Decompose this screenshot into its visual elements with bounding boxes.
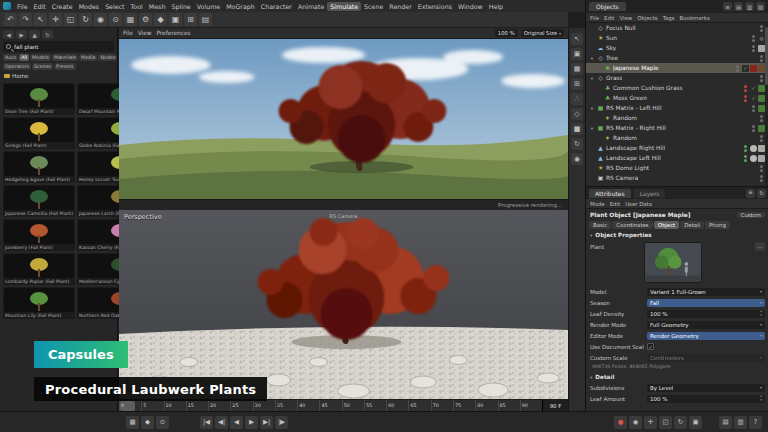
target-tag[interactable]: ◎ (758, 35, 765, 42)
visibility-dots[interactable] (744, 145, 747, 152)
autokey-button[interactable]: ◉ (629, 416, 642, 429)
polygons-mode-icon[interactable]: ■ (571, 123, 583, 135)
play-button[interactable]: ▶ (245, 416, 258, 429)
filter-media[interactable]: Media (79, 54, 97, 61)
object-row-random[interactable]: ∗Random (586, 133, 768, 143)
check-tag[interactable]: ✓ (750, 95, 757, 102)
menu-character[interactable]: Character (258, 2, 295, 11)
mode-mode[interactable]: Mode (590, 201, 605, 207)
material-manager-icon[interactable]: ◆ (154, 13, 167, 26)
mat-red-tag[interactable] (750, 65, 757, 72)
perspective-viewport[interactable]: Perspective RS Camera (119, 210, 568, 399)
number-field[interactable]: 100 %▴▾ (647, 310, 765, 318)
menu-mesh[interactable]: Mesh (146, 2, 169, 11)
edges-mode-icon[interactable]: ◇ (571, 108, 583, 120)
object-row-moss-green[interactable]: ♣Moss Green✓ (586, 93, 768, 103)
om-menu-file[interactable]: File (590, 15, 599, 21)
filter-presets[interactable]: Presets (54, 63, 75, 70)
om-menu-bookmarks[interactable]: Bookmarks (680, 15, 710, 21)
key-rotation-icon[interactable]: ↻ (674, 416, 687, 429)
rv-menu-view[interactable]: View (138, 30, 152, 36)
custom-button[interactable]: Custom (737, 212, 765, 218)
rotate-tool-icon[interactable]: ↻ (79, 13, 92, 26)
asset-ginkgo-fall-plant[interactable]: Ginkgo (Fall Plant) (3, 117, 75, 149)
frame-40[interactable]: 40 (297, 400, 319, 411)
dropdown[interactable]: Variant 1 Full-Grown▾ (647, 288, 765, 296)
panel-menu-icon[interactable]: ≡ (723, 2, 732, 11)
menu-create[interactable]: Create (49, 2, 76, 11)
mat-gray-tag[interactable] (758, 155, 765, 162)
phong-tag[interactable] (750, 155, 757, 162)
menu-extensions[interactable]: Extensions (415, 2, 455, 11)
record-button[interactable]: ● (614, 416, 627, 429)
modeling-axis-icon[interactable]: ▣ (169, 13, 182, 26)
undo-icon[interactable]: ↶ (4, 13, 17, 26)
frame-15[interactable]: 15 (186, 400, 208, 411)
expand-icon[interactable]: ▾ (589, 56, 595, 61)
select-mode-icon[interactable]: ↖ (571, 33, 583, 45)
check-tag[interactable]: ✓ (750, 85, 757, 92)
visibility-dots[interactable] (752, 35, 755, 42)
last-tool-icon[interactable]: ◉ (94, 13, 107, 26)
menu-window[interactable]: Window (455, 2, 486, 11)
visibility-dots[interactable] (760, 175, 763, 182)
tab-layers[interactable]: Layers (634, 189, 666, 198)
asset-hedgehog-agave-fall-plant[interactable]: Hedgehog Agave (Fall Plant) (3, 151, 75, 183)
grid-icon[interactable]: ▤ (199, 13, 212, 26)
filter-auto[interactable]: Auto (3, 54, 18, 61)
frame-55[interactable]: 55 (364, 400, 386, 411)
menu-mograph[interactable]: MoGraph (223, 2, 258, 11)
marker-icon[interactable]: ⊙ (156, 416, 169, 429)
preview-options-button[interactable]: ⋯ (755, 242, 765, 251)
timeline-mode-icon[interactable]: ▦ (126, 416, 139, 429)
expand-icon[interactable]: ▾ (589, 126, 595, 131)
dropdown[interactable]: Full Geometry▾ (647, 321, 765, 329)
menu-scene[interactable]: Scene (361, 2, 386, 11)
filter-all[interactable]: All (19, 54, 29, 61)
object-row-rs-matrix-right-hill[interactable]: ▾▦RS Matrix - Right Hill (586, 123, 768, 133)
asset-dove-tree-fall-plant[interactable]: Dove Tree (Fall Plant) (3, 83, 75, 115)
go-to-start-button[interactable]: |◀ (200, 416, 213, 429)
rv-menu-file[interactable]: File (123, 30, 133, 36)
attr-tab-object[interactable]: Object (654, 221, 680, 229)
object-row-rs-matrix-left-hill[interactable]: ▾▦RS Matrix - Left Hill (586, 103, 768, 113)
expand-icon[interactable]: ▾ (589, 76, 595, 81)
mat-gray-tag[interactable] (758, 145, 765, 152)
frame-10[interactable]: 10 (164, 400, 186, 411)
visibility-dots[interactable] (752, 105, 755, 112)
attr-tab-basic[interactable]: Basic (589, 221, 611, 229)
go-to-end-button[interactable]: |▶ (275, 416, 288, 429)
number-field[interactable]: 100 %▴▾ (647, 395, 765, 403)
snap-icon[interactable]: ⊞ (184, 13, 197, 26)
menu-help[interactable]: Help (486, 2, 506, 11)
zoom-level[interactable]: 100 % (495, 29, 518, 37)
frame-65[interactable]: 65 (408, 400, 430, 411)
om-menu-tags[interactable]: Tags (663, 15, 675, 21)
layout-a-icon[interactable]: ▤ (734, 2, 743, 11)
frame-50[interactable]: 50 (342, 400, 364, 411)
visibility-dots[interactable] (760, 135, 763, 142)
om-menu-view[interactable]: View (619, 15, 632, 21)
om-menu-edit[interactable]: Edit (604, 15, 614, 21)
model-mode-icon[interactable]: ▣ (571, 48, 583, 60)
mode-user-data[interactable]: User Data (625, 201, 652, 207)
workplane-icon[interactable]: ⊞ (571, 78, 583, 90)
object-row-landscape-left-hill[interactable]: ▲Landscape Left Hill (586, 153, 768, 163)
checkbox[interactable]: ✓ (647, 343, 654, 350)
previous-key-button[interactable]: ◀| (215, 416, 228, 429)
asset-mountain-lily-fall-plant[interactable]: Mountain Lily (Fall Plant) (3, 287, 75, 319)
rv-menu-preferences[interactable]: Preferences (156, 30, 190, 36)
frame-35[interactable]: 35 (275, 400, 297, 411)
mat-green-tag[interactable] (758, 85, 765, 92)
section-detail[interactable]: ▾ Detail (586, 372, 768, 382)
enable-axis-icon[interactable]: ↻ (571, 138, 583, 150)
team-render-icon[interactable]: ▥ (734, 416, 747, 429)
object-row-common-cushion-grass[interactable]: ♣Common Cushion Grass✓ (586, 83, 768, 93)
tab-attributes[interactable]: Attributes (589, 189, 631, 198)
layout-b-icon[interactable]: ▥ (745, 2, 754, 11)
visibility-dots[interactable] (752, 125, 755, 132)
object-row-focus-null[interactable]: ◇Focus Null (586, 23, 768, 33)
key-scale-icon[interactable]: ◱ (659, 416, 672, 429)
object-row-rs-camera[interactable]: ▣RS Camera (586, 173, 768, 183)
key-parameter-icon[interactable]: ▣ (689, 416, 702, 429)
